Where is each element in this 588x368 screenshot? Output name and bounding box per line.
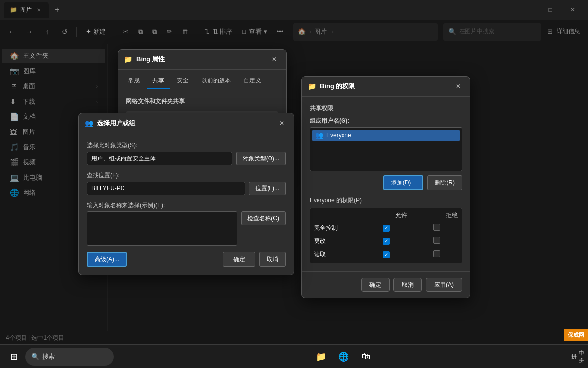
- start-button[interactable]: ⊞: [4, 347, 24, 367]
- bing-perms-footer: 确定 取消 应用(A): [302, 271, 470, 298]
- taskbar-center: 📁 🌐 🛍: [116, 347, 571, 367]
- perms-label: Everyone 的权限(P): [310, 196, 462, 205]
- user-everyone-item[interactable]: 👥 Everyone: [312, 130, 460, 141]
- watermark: 保成网: [564, 329, 588, 341]
- tab-share[interactable]: 共享: [147, 74, 170, 89]
- bing-perms-apply-btn[interactable]: 应用(A): [426, 278, 462, 292]
- taskbar-lang[interactable]: 拼: [571, 353, 577, 360]
- perm-allow-read[interactable]: ✓: [361, 248, 411, 261]
- tab-customize[interactable]: 自定义: [238, 74, 267, 89]
- location-btn[interactable]: 位置(L)...: [249, 182, 286, 195]
- taskbar-search[interactable]: 🔍 搜索: [25, 348, 114, 366]
- taskbar-right: 拼 中 拼: [571, 349, 584, 364]
- share-section-title: 网络文件和文件夹共享: [126, 97, 278, 105]
- bing-perms-cancel-btn[interactable]: 取消: [393, 278, 422, 292]
- perm-deny-full[interactable]: [411, 221, 462, 235]
- advanced-btn[interactable]: 高级(A)...: [87, 252, 127, 267]
- taskbar: ⊞ 🔍 搜索 📁 🌐 🛍 拼 中 拼: [0, 344, 588, 368]
- select-user-title-bar: 👥 选择用户或组 ✕: [79, 113, 294, 133]
- bing-perms-icon: 📁: [308, 82, 316, 90]
- tab-general[interactable]: 常规: [122, 74, 146, 89]
- location-label: 查找位置(F):: [87, 171, 286, 180]
- object-name-row: 输入对象名称来选择(示例)(E): 检查名称(C): [87, 201, 286, 246]
- col-allow-header: 允许: [361, 210, 411, 221]
- tab-security[interactable]: 安全: [171, 74, 195, 89]
- taskbar-search-icon: 🔍: [31, 353, 39, 360]
- perms-table: 允许 拒绝 完全控制 ✓ 更改 ✓: [310, 210, 462, 261]
- perm-row-read: 读取 ✓: [310, 248, 462, 261]
- perm-allow-full[interactable]: ✓: [361, 221, 411, 235]
- checkbox-allow-change: ✓: [383, 238, 390, 245]
- select-user-footer: 高级(A)... 确定 取消: [87, 252, 286, 267]
- user-icon: 👥: [315, 131, 323, 139]
- perm-deny-read[interactable]: [411, 248, 462, 261]
- perm-allow-change[interactable]: ✓: [361, 235, 411, 248]
- perm-deny-change[interactable]: [411, 235, 462, 248]
- user-list-box[interactable]: 👥 Everyone: [310, 127, 462, 171]
- user-everyone-label: Everyone: [326, 132, 351, 139]
- select-user-title: 选择用户或组: [97, 119, 272, 128]
- object-type-label: 选择此对象类型(S):: [87, 141, 286, 150]
- object-type-input-row: 对象类型(O)...: [87, 152, 286, 165]
- group-label: 组或用户名(G):: [310, 117, 462, 125]
- checkbox-deny-full: [433, 224, 440, 231]
- perm-row-full-control: 完全控制 ✓: [310, 221, 462, 235]
- bing-props-tabs: 常规 共享 安全 以前的版本 自定义: [118, 70, 286, 89]
- checkbox-deny-read: [433, 250, 440, 257]
- taskbar-edge-icon[interactable]: 🌐: [334, 347, 353, 367]
- dialog-bing-permissions: 📁 Bing 的权限 ✕ 共享权限 组或用户名(G): 👥 Everyone 添…: [301, 76, 470, 298]
- bing-perms-close[interactable]: ✕: [452, 80, 464, 92]
- location-input[interactable]: [87, 182, 245, 195]
- perm-name-read: 读取: [310, 248, 361, 261]
- col-perm-name: [310, 210, 361, 221]
- object-type-row: 选择此对象类型(S): 对象类型(O)...: [87, 141, 286, 165]
- taskbar-time-top: 中: [579, 349, 584, 356]
- perms-btn-row: 添加(D)... 删除(R): [310, 175, 462, 190]
- bing-perms-body: 共享权限 组或用户名(G): 👥 Everyone 添加(D)... 删除(R)…: [302, 97, 470, 271]
- bing-perms-ok-btn[interactable]: 确定: [361, 278, 390, 292]
- select-user-body: 选择此对象类型(S): 对象类型(O)... 查找位置(F): 位置(L)...…: [79, 133, 294, 275]
- select-user-ok-btn[interactable]: 确定: [223, 252, 255, 267]
- object-name-input-row: 检查名称(C): [87, 211, 286, 246]
- taskbar-time-bottom: 拼: [579, 357, 584, 364]
- location-row: 查找位置(F): 位置(L)...: [87, 171, 286, 195]
- select-user-close[interactable]: ✕: [276, 117, 288, 129]
- bing-props-title-icon: 📁: [124, 55, 132, 63]
- checkbox-allow-full: ✓: [383, 225, 390, 232]
- taskbar-store-icon[interactable]: 🛍: [356, 347, 376, 367]
- add-btn[interactable]: 添加(D)...: [383, 175, 424, 190]
- object-name-textarea[interactable]: [87, 211, 237, 246]
- select-user-ok-cancel: 确定 取消: [223, 252, 286, 267]
- location-input-row: 位置(L)...: [87, 182, 286, 195]
- bing-props-title-bar: 📁 Bing 属性 ✕: [118, 50, 286, 70]
- perm-row-change: 更改 ✓: [310, 235, 462, 248]
- bing-perms-title-bar: 📁 Bing 的权限 ✕: [302, 77, 470, 97]
- perm-name-change: 更改: [310, 235, 361, 248]
- object-name-label: 输入对象名称来选择(示例)(E):: [87, 201, 286, 210]
- taskbar-time: 中 拼: [579, 349, 584, 364]
- taskbar-explorer-icon[interactable]: 📁: [311, 347, 331, 367]
- taskbar-search-label: 搜索: [42, 352, 55, 361]
- col-deny-header: 拒绝: [411, 210, 462, 221]
- checkbox-allow-read: ✓: [383, 251, 390, 258]
- bing-props-close[interactable]: ✕: [269, 53, 280, 65]
- perms-table-body: 允许 拒绝 完全控制 ✓ 更改 ✓: [310, 208, 462, 263]
- object-type-btn[interactable]: 对象类型(O)...: [236, 152, 286, 165]
- bing-perms-title: Bing 的权限: [320, 82, 448, 91]
- select-user-cancel-btn[interactable]: 取消: [259, 252, 286, 267]
- remove-btn[interactable]: 删除(R): [427, 175, 462, 190]
- select-user-icon: 👥: [85, 119, 93, 127]
- checkbox-deny-change: [433, 237, 440, 244]
- dialog-select-user: 👥 选择用户或组 ✕ 选择此对象类型(S): 对象类型(O)... 查找位置(F…: [78, 113, 294, 275]
- share-perms-label: 共享权限: [310, 105, 462, 113]
- tab-previous-versions[interactable]: 以前的版本: [196, 74, 237, 89]
- check-name-btn[interactable]: 检查名称(C): [241, 211, 286, 225]
- object-type-input[interactable]: [87, 152, 232, 165]
- perm-name-full: 完全控制: [310, 221, 361, 235]
- bing-props-title: Bing 属性: [136, 55, 265, 64]
